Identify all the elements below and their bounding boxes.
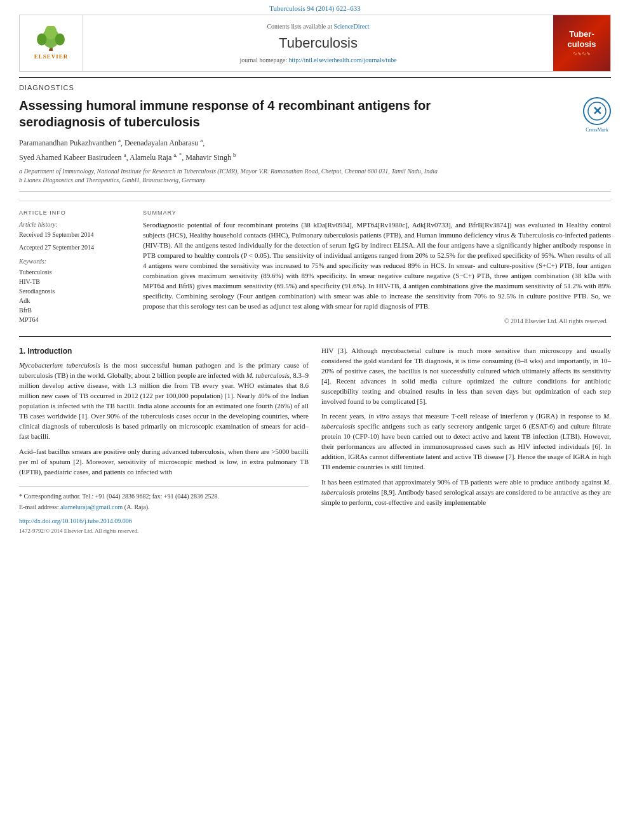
header-divider xyxy=(19,77,611,78)
sciencedirect-link[interactable]: ScienceDirect xyxy=(333,23,369,30)
article-info-title: ARTICLE INFO xyxy=(19,209,130,217)
email-person: (A. Raja). xyxy=(124,503,150,510)
article-title-area: Assessing humoral immune response of 4 r… xyxy=(19,97,611,130)
footnote-area: * Corresponding author. Tel.: +91 (044) … xyxy=(19,486,309,512)
journal-center-info: Contents lists available at ScienceDirec… xyxy=(83,15,553,71)
article-history-label: Article history: xyxy=(19,220,130,229)
author-4: Alamelu Raja a, * xyxy=(130,153,182,162)
crossmark-svg: ✕ xyxy=(587,102,607,121)
homepage-url[interactable]: http://intl.elsevierhealth.com/journals/… xyxy=(289,57,397,63)
rights-line: 1472-9792/© 2014 Elsevier Ltd. All right… xyxy=(19,527,309,535)
summary-col: SUMMARY Serodiagnostic potential of four… xyxy=(143,209,611,326)
email-address[interactable]: alameluraja@gmail.com xyxy=(60,503,123,510)
keyword-hiv-tb: HIV-TB xyxy=(19,277,130,286)
crossmark-icon[interactable]: ✕ xyxy=(583,97,611,125)
authors-line-2: Syed Ahamed Kabeer Basirudeen a, Alamelu… xyxy=(19,151,611,163)
summary-text: Serodiagnostic potential of four recombi… xyxy=(143,220,611,311)
keyword-adk: Adk xyxy=(19,296,130,305)
col2-para-3: It has been estimated that approximately… xyxy=(321,477,611,508)
affiliation-2: b Lionex Diagnostics and Therapeutics, G… xyxy=(19,176,611,185)
main-content: DIAGNOSTICS Assessing humoral immune res… xyxy=(0,83,630,535)
article-info-col: ARTICLE INFO Article history: Received 1… xyxy=(19,209,130,326)
homepage-label: journal homepage: xyxy=(239,57,287,63)
authors-line: Paramanandhan Pukazhvanthen a, Deenadaya… xyxy=(19,137,611,149)
keyword-mpt64: MPT64 xyxy=(19,315,130,324)
elsevier-tree-icon xyxy=(34,26,69,51)
body-col-1: 1. Introduction Mycobacterium tuberculos… xyxy=(19,346,309,535)
intro-para-1: Mycobacterium tuberculosis is the most s… xyxy=(19,361,309,442)
journal-title: Tuberculosis xyxy=(279,34,358,53)
article-title: Assessing humoral immune response of 4 r… xyxy=(19,97,514,130)
keywords-label: Keywords: xyxy=(19,257,130,266)
author-5: Mahavir Singh b xyxy=(185,153,236,162)
journal-header-box: ELSEVIER Contents lists available at Sci… xyxy=(19,15,611,72)
article-info-summary: ARTICLE INFO Article history: Received 1… xyxy=(19,201,611,326)
copyright-line: © 2014 Elsevier Ltd. All rights reserved… xyxy=(143,317,611,326)
email-line: E-mail address: alameluraja@gmail.com (A… xyxy=(19,503,309,512)
section-type-label: DIAGNOSTICS xyxy=(19,83,611,93)
crossmark-label: CrossMark xyxy=(583,126,611,133)
col2-para-1: HIV [3]. Although mycobacterial culture … xyxy=(321,346,611,407)
affiliations: a Department of Immunology, National Ins… xyxy=(19,167,611,185)
crossmark-container: ✕ CrossMark xyxy=(583,97,611,133)
body-columns: 1. Introduction Mycobacterium tuberculos… xyxy=(19,336,611,535)
email-label: E-mail address: xyxy=(19,503,58,510)
intro-heading: 1. Introduction xyxy=(19,346,309,357)
contents-label: Contents lists available at xyxy=(267,23,332,30)
svg-rect-5 xyxy=(49,49,53,51)
keyword-serodiagnosis: Serodiagnosis xyxy=(19,286,130,296)
doi-link[interactable]: http://dx.doi.org/10.1016/j.tube.2014.09… xyxy=(19,517,309,526)
svg-text:✕: ✕ xyxy=(593,105,602,117)
svg-point-2 xyxy=(37,34,46,46)
author-2: Deenadayalan Anbarasu a xyxy=(124,138,203,147)
accepted-date: Accepted 27 September 2014 xyxy=(19,243,130,252)
keyword-tuberculosis: Tuberculosis xyxy=(19,267,130,277)
affiliation-1: a Department of Immunology, National Ins… xyxy=(19,167,611,176)
svg-point-3 xyxy=(55,34,65,46)
author-1: Paramanandhan Pukazhvanthen a xyxy=(19,138,121,147)
body-col-2: HIV [3]. Although mycobacterial culture … xyxy=(321,346,611,535)
elsevier-logo-area: ELSEVIER xyxy=(20,15,83,71)
corresponding-author: * Corresponding author. Tel.: +91 (044) … xyxy=(19,492,309,501)
journal-logo-right: Tuber-culosis ∿∿∿∿ xyxy=(553,15,610,71)
received-date: Received 19 September 2014 xyxy=(19,230,130,239)
intro-para-2: Acid–fast bacillus smears are positive o… xyxy=(19,447,309,477)
summary-title: SUMMARY xyxy=(143,209,611,217)
info-summary-divider xyxy=(19,191,611,192)
col2-para-2: In recent years, in vitro assays that me… xyxy=(321,411,611,472)
journal-reference: Tuberculosis 94 (2014) 622–633 xyxy=(0,0,630,15)
author-3: Syed Ahamed Kabeer Basirudeen a xyxy=(19,153,126,162)
keyword-bfrb: BfrB xyxy=(19,305,130,315)
